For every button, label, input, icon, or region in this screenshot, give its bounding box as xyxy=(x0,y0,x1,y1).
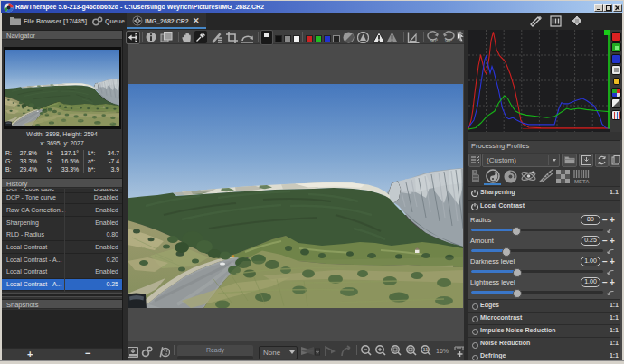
svg-text:11: 11 xyxy=(422,347,428,352)
svg-text:90°: 90° xyxy=(430,38,438,43)
svg-text:90°: 90° xyxy=(445,38,452,43)
svg-text:META: META xyxy=(574,179,590,184)
